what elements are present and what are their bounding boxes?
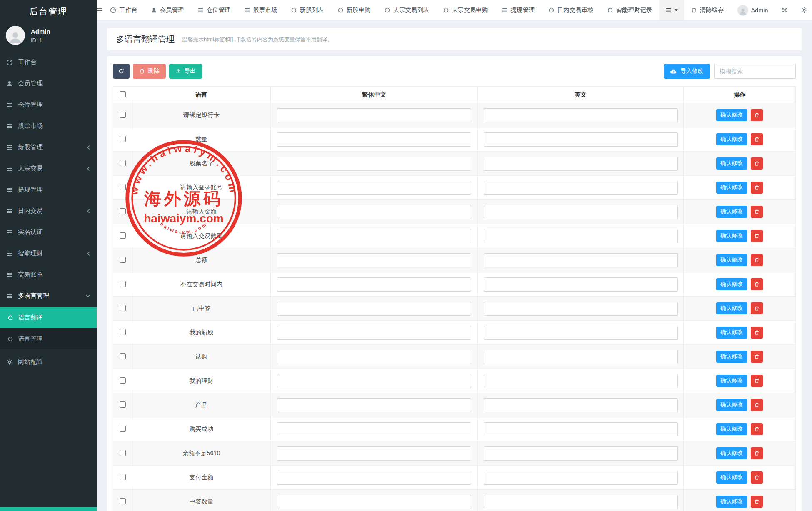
confirm-edit-button[interactable]: 确认修改 bbox=[716, 182, 747, 194]
row-checkbox[interactable] bbox=[120, 136, 126, 142]
traditional-chinese-input[interactable] bbox=[277, 253, 471, 267]
english-input[interactable] bbox=[484, 108, 678, 122]
delete-row-button[interactable] bbox=[751, 351, 763, 363]
delete-button[interactable]: 删除 bbox=[133, 64, 166, 79]
nav-item-block-trade-apply[interactable]: 大宗交易申购 bbox=[436, 0, 495, 20]
confirm-edit-button[interactable]: 确认修改 bbox=[716, 157, 747, 170]
nav-item-positions[interactable]: 仓位管理 bbox=[191, 0, 237, 20]
confirm-edit-button[interactable]: 确认修改 bbox=[716, 302, 747, 314]
admin-account[interactable]: Admin bbox=[731, 0, 775, 20]
row-checkbox[interactable] bbox=[120, 305, 126, 311]
confirm-edit-button[interactable]: 确认修改 bbox=[716, 278, 747, 290]
row-checkbox[interactable] bbox=[120, 281, 126, 287]
english-input[interactable] bbox=[484, 471, 678, 485]
confirm-edit-button[interactable]: 确认修改 bbox=[716, 133, 747, 145]
delete-row-button[interactable] bbox=[751, 375, 763, 387]
sidebar-item-positions[interactable]: 仓位管理 bbox=[0, 94, 97, 115]
traditional-chinese-input[interactable] bbox=[277, 471, 471, 485]
nav-item-dashboard[interactable]: 工作台 bbox=[103, 0, 144, 20]
nav-item-new-share-apply[interactable]: 新股申购 bbox=[331, 0, 377, 20]
sidebar-item-trade-bills[interactable]: 交易账单 bbox=[0, 264, 97, 285]
refresh-button[interactable] bbox=[113, 64, 130, 79]
confirm-edit-button[interactable]: 确认修改 bbox=[716, 375, 747, 387]
row-checkbox[interactable] bbox=[120, 474, 126, 480]
english-input[interactable] bbox=[484, 422, 678, 436]
nav-menu-dropdown[interactable] bbox=[659, 0, 684, 20]
traditional-chinese-input[interactable] bbox=[277, 495, 471, 509]
traditional-chinese-input[interactable] bbox=[277, 398, 471, 412]
confirm-edit-button[interactable]: 确认修改 bbox=[716, 109, 747, 121]
confirm-edit-button[interactable]: 确认修改 bbox=[716, 254, 747, 266]
traditional-chinese-input[interactable] bbox=[277, 302, 471, 316]
row-checkbox[interactable] bbox=[120, 426, 126, 432]
row-checkbox[interactable] bbox=[120, 498, 126, 504]
import-edit-button[interactable]: 导入修改 bbox=[664, 64, 710, 79]
delete-row-button[interactable] bbox=[751, 471, 763, 484]
row-checkbox[interactable] bbox=[120, 232, 126, 239]
delete-row-button[interactable] bbox=[751, 206, 763, 218]
traditional-chinese-input[interactable] bbox=[277, 108, 471, 122]
english-input[interactable] bbox=[484, 277, 678, 292]
row-checkbox[interactable] bbox=[120, 257, 126, 263]
delete-row-button[interactable] bbox=[751, 278, 763, 290]
sidebar-item-dashboard[interactable]: 工作台 bbox=[0, 52, 97, 73]
confirm-edit-button[interactable]: 确认修改 bbox=[716, 447, 747, 459]
delete-row-button[interactable] bbox=[751, 399, 763, 411]
row-checkbox[interactable] bbox=[120, 112, 126, 118]
row-checkbox[interactable] bbox=[120, 353, 126, 359]
sidebar-item-withdrawals[interactable]: 提现管理 bbox=[0, 179, 97, 200]
english-input[interactable] bbox=[484, 495, 678, 509]
delete-row-button[interactable] bbox=[751, 133, 763, 145]
sidebar-item-site-config[interactable]: 网站配置 bbox=[0, 351, 97, 373]
nav-item-withdrawals[interactable]: 提现管理 bbox=[495, 0, 542, 20]
confirm-edit-button[interactable]: 确认修改 bbox=[716, 351, 747, 363]
english-input[interactable] bbox=[484, 398, 678, 412]
sidebar-subitem-language-manage[interactable]: 语言管理 bbox=[0, 328, 97, 349]
delete-row-button[interactable] bbox=[751, 109, 763, 121]
delete-row-button[interactable] bbox=[751, 327, 763, 339]
row-checkbox[interactable] bbox=[120, 401, 126, 408]
delete-row-button[interactable] bbox=[751, 423, 763, 435]
row-checkbox[interactable] bbox=[120, 208, 126, 214]
traditional-chinese-input[interactable] bbox=[277, 374, 471, 388]
sidebar-item-smart-invest[interactable]: 智能理财 bbox=[0, 243, 97, 264]
confirm-edit-button[interactable]: 确认修改 bbox=[716, 206, 747, 218]
delete-row-button[interactable] bbox=[751, 496, 763, 508]
traditional-chinese-input[interactable] bbox=[277, 350, 471, 364]
traditional-chinese-input[interactable] bbox=[277, 422, 471, 436]
delete-row-button[interactable] bbox=[751, 447, 763, 459]
row-checkbox[interactable] bbox=[120, 329, 126, 335]
traditional-chinese-input[interactable] bbox=[277, 157, 471, 171]
confirm-edit-button[interactable]: 确认修改 bbox=[716, 399, 747, 411]
sidebar-toggle-button[interactable] bbox=[97, 0, 103, 20]
traditional-chinese-input[interactable] bbox=[277, 446, 471, 461]
clear-cache-button[interactable]: 清除缓存 bbox=[684, 0, 731, 20]
english-input[interactable] bbox=[484, 205, 678, 219]
traditional-chinese-input[interactable] bbox=[277, 277, 471, 292]
english-input[interactable] bbox=[484, 350, 678, 364]
sidebar-item-intraday[interactable]: 日内交易 bbox=[0, 200, 97, 222]
nav-item-members[interactable]: 会员管理 bbox=[144, 0, 191, 20]
export-button[interactable]: 导出 bbox=[169, 64, 202, 79]
nav-item-stock-market[interactable]: 股票市场 bbox=[237, 0, 284, 20]
confirm-edit-button[interactable]: 确认修改 bbox=[716, 423, 747, 435]
traditional-chinese-input[interactable] bbox=[277, 326, 471, 340]
sidebar-item-new-shares[interactable]: 新股管理 bbox=[0, 137, 97, 158]
english-input[interactable] bbox=[484, 253, 678, 267]
delete-row-button[interactable] bbox=[751, 254, 763, 266]
english-input[interactable] bbox=[484, 302, 678, 316]
sidebar-item-members[interactable]: 会员管理 bbox=[0, 73, 97, 94]
traditional-chinese-input[interactable] bbox=[277, 229, 471, 243]
nav-item-new-share-list[interactable]: 新股列表 bbox=[284, 0, 331, 20]
english-input[interactable] bbox=[484, 374, 678, 388]
fullscreen-button[interactable] bbox=[775, 0, 795, 20]
row-checkbox[interactable] bbox=[120, 160, 126, 166]
delete-row-button[interactable] bbox=[751, 230, 763, 242]
select-all-checkbox[interactable] bbox=[120, 91, 126, 97]
row-checkbox[interactable] bbox=[120, 184, 126, 190]
english-input[interactable] bbox=[484, 229, 678, 243]
confirm-edit-button[interactable]: 确认修改 bbox=[716, 230, 747, 242]
traditional-chinese-input[interactable] bbox=[277, 132, 471, 147]
english-input[interactable] bbox=[484, 157, 678, 171]
row-checkbox[interactable] bbox=[120, 450, 126, 456]
